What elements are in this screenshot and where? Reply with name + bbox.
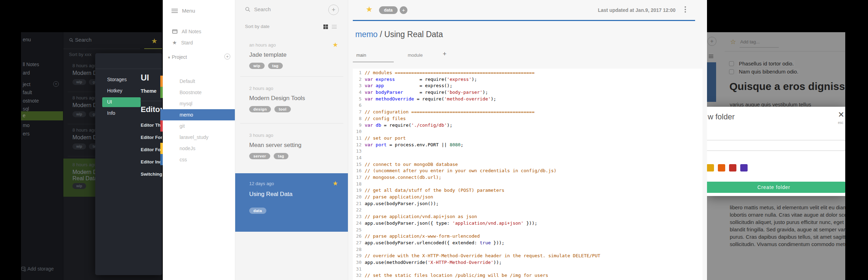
- code-line: 2var express = require('express');: [353, 76, 702, 83]
- settings-section-title: UI: [141, 73, 149, 83]
- tab-main[interactable]: main: [356, 52, 366, 58]
- note-tags: wip: [72, 183, 86, 189]
- code-token: // config files: [365, 116, 406, 121]
- esc-hint: esc: [838, 121, 844, 125]
- line-number: 11: [353, 135, 365, 142]
- line-number: 12: [353, 142, 365, 148]
- line-number: 14: [353, 155, 365, 161]
- sidebar-folder-memo[interactable]: memo: [163, 109, 235, 120]
- search-bar[interactable]: Search +: [63, 32, 140, 49]
- sidebar-folder-nodeJs[interactable]: nodeJs: [163, 143, 235, 154]
- color-swatch[interactable]: [718, 164, 725, 172]
- code-token: = require(: [414, 96, 444, 102]
- code-line: 29// override with the X-HTTP-Method-Ove…: [353, 253, 702, 259]
- code-token: var: [365, 122, 373, 128]
- note-folder-label[interactable]: memo: [355, 30, 378, 39]
- folder-item[interactable]: mo: [23, 122, 29, 128]
- menu-label[interactable]: enu: [23, 37, 31, 42]
- line-number: 10: [353, 128, 365, 135]
- code-token: // parse application/json: [365, 194, 433, 200]
- tab-module[interactable]: module: [408, 52, 423, 58]
- note-card[interactable]: 3 hours agoMean server settingservertag: [235, 124, 348, 166]
- folder-item[interactable]: ostnote: [23, 98, 39, 104]
- hamburger-icon: [172, 9, 178, 13]
- sidebar-folder-mysql[interactable]: mysql: [163, 98, 235, 109]
- sidebar-item-starred[interactable]: ★ Stard: [172, 40, 193, 46]
- settings-tab-storages[interactable]: Storages: [102, 75, 141, 85]
- sort-selector[interactable]: Sort by date: [245, 24, 270, 29]
- line-number: 6: [353, 102, 365, 109]
- create-folder-button[interactable]: Create folder: [707, 182, 845, 193]
- star-icon[interactable]: ★: [332, 180, 338, 187]
- starred-item[interactable]: ard: [23, 70, 30, 76]
- note-card[interactable]: 12 days ago★Using Real Datadata: [235, 173, 348, 232]
- search-input[interactable]: Search: [69, 37, 92, 43]
- line-number: 21: [353, 201, 365, 207]
- code-line: 6: [353, 102, 702, 109]
- code-token: bodyParser: [376, 90, 403, 95]
- note-card[interactable]: an hours ago★Jade templatewiptag: [235, 33, 348, 76]
- sidebar-folder-Default[interactable]: Default: [163, 76, 235, 87]
- tag-pill: wip: [72, 79, 86, 85]
- folder-item[interactable]: sql: [23, 106, 29, 112]
- add-folder-icon[interactable]: +: [53, 81, 59, 87]
- sidebar-folder-git[interactable]: git: [163, 120, 235, 132]
- search-icon: [245, 7, 251, 12]
- all-notes-item[interactable]: ll Notes: [23, 62, 39, 67]
- code-line: 14: [353, 155, 702, 161]
- more-menu-icon[interactable]: [685, 6, 686, 14]
- color-swatch[interactable]: [729, 164, 736, 172]
- note-time: 12 days ago: [249, 181, 274, 186]
- folder-color-bar: [160, 120, 163, 132]
- sort-selector[interactable]: Sort by xxx: [69, 52, 91, 57]
- line-number: 7: [353, 109, 365, 115]
- note-tag-badge[interactable]: data: [379, 6, 398, 14]
- code-token: = require(: [381, 122, 411, 128]
- note-card[interactable]: 2 hours agoModern Design Toolsdesigntool: [235, 77, 348, 123]
- sidebar-item-all-notes[interactable]: All Notes: [172, 29, 201, 34]
- folder-item-selected[interactable]: e: [21, 111, 63, 120]
- star-toggle-icon[interactable]: ★: [366, 5, 373, 14]
- code-line: 27app.use(bodyParser.urlencoded({ extend…: [353, 240, 702, 246]
- grid-view-icon[interactable]: [323, 24, 328, 29]
- settings-tab-ui[interactable]: UI: [102, 97, 141, 107]
- color-swatch[interactable]: [740, 164, 748, 172]
- code-line: 21app.use(bodyParser.json());: [353, 201, 702, 207]
- folder-item[interactable]: ers: [23, 131, 29, 136]
- folder-item[interactable]: fault: [23, 90, 32, 95]
- note-tags: wiptag: [249, 63, 283, 69]
- code-token: );: [491, 96, 496, 102]
- add-tab-button[interactable]: +: [443, 50, 447, 58]
- new-note-button[interactable]: +: [328, 5, 339, 15]
- star-icon[interactable]: ★: [151, 37, 158, 45]
- menu-button[interactable]: Menu: [172, 8, 195, 14]
- note-title: memo / Using Real Data: [355, 30, 443, 39]
- add-tag-button[interactable]: +: [400, 6, 407, 14]
- line-number: 9: [353, 122, 365, 129]
- star-icon: ★: [172, 40, 177, 46]
- code-line: 23// parse application/vnd.api+json as j…: [353, 214, 702, 220]
- sidebar-folder-css[interactable]: css: [163, 154, 235, 165]
- close-icon[interactable]: ✕: [838, 110, 844, 119]
- sidebar-folder-Boostnote[interactable]: Boostnote: [163, 87, 235, 98]
- search-input[interactable]: Search: [245, 6, 271, 12]
- folder-name-input[interactable]: [707, 140, 845, 151]
- settings-item: Editor For: [141, 135, 162, 140]
- add-storage-button[interactable]: Add storage: [21, 266, 54, 272]
- add-folder-button[interactable]: +: [224, 54, 230, 59]
- line-number: 1: [353, 70, 365, 76]
- star-icon[interactable]: ★: [332, 41, 338, 49]
- search-icon: [69, 38, 74, 42]
- note-title: Mean server setting: [249, 142, 301, 149]
- sidebar-folder-laravel_study[interactable]: laravel_study: [163, 132, 235, 143]
- code-token: db: [376, 122, 381, 128]
- code-token: var: [365, 77, 373, 82]
- color-swatch[interactable]: [707, 164, 714, 172]
- tag-pill: tag: [274, 153, 288, 159]
- note-tags: servertag: [249, 153, 288, 159]
- project-header[interactable]: ▼ Project +: [167, 54, 230, 60]
- list-view-icon[interactable]: [332, 25, 337, 29]
- settings-tab-hotkey[interactable]: Hotkey: [102, 86, 141, 96]
- code-editor[interactable]: 1// modules ============================…: [353, 69, 702, 280]
- settings-tab-info[interactable]: Info: [102, 108, 141, 118]
